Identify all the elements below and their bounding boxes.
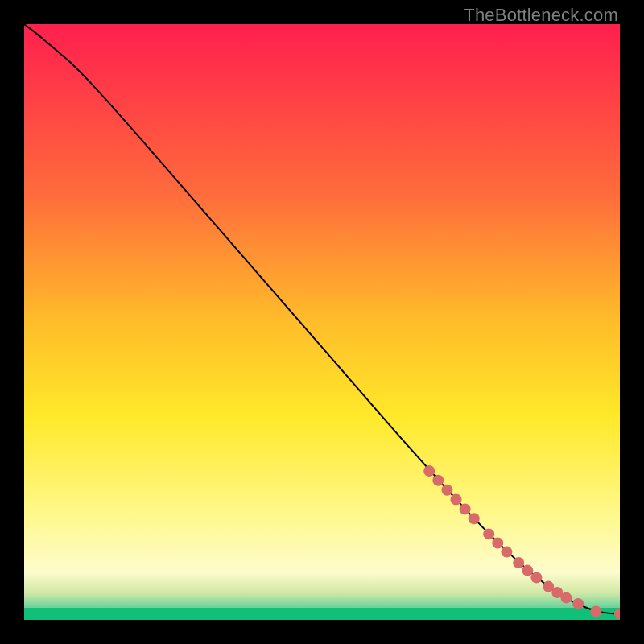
curve-overlay [24, 24, 620, 620]
marker-group [423, 465, 620, 620]
plot-area [24, 24, 620, 620]
data-marker [423, 465, 435, 477]
data-marker [560, 592, 572, 604]
data-marker [501, 547, 512, 558]
attribution-label: TheBottleneck.com [464, 5, 618, 26]
data-marker [432, 475, 444, 486]
data-marker [522, 565, 533, 576]
data-marker [614, 609, 620, 620]
data-marker [441, 485, 452, 496]
bottleneck-curve-line [24, 24, 620, 614]
data-marker [590, 606, 601, 617]
chart-root: TheBottleneck.com [0, 0, 644, 644]
data-marker [483, 528, 494, 539]
data-marker [513, 557, 524, 568]
data-marker [530, 572, 542, 584]
data-marker [469, 513, 480, 524]
data-marker [572, 598, 584, 609]
data-marker [460, 503, 471, 514]
data-marker [451, 494, 462, 506]
data-marker [492, 538, 503, 549]
